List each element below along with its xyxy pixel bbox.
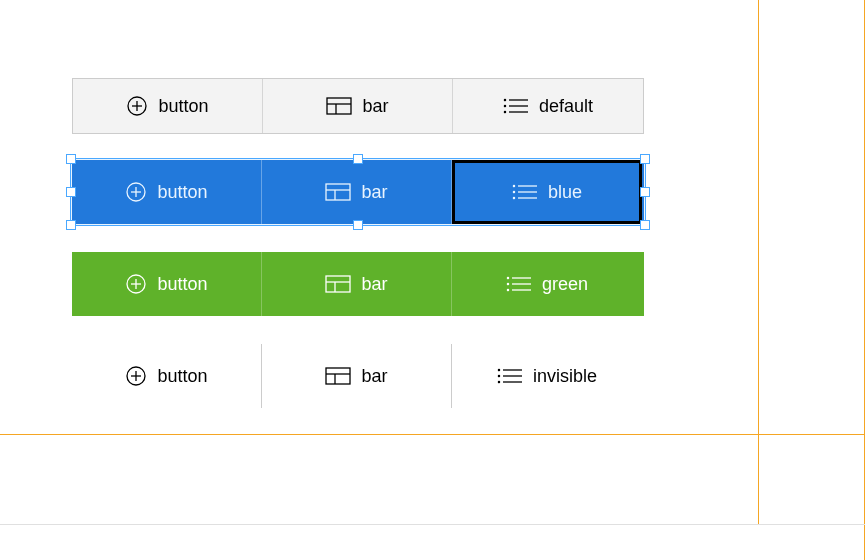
svg-rect-15 — [326, 184, 350, 200]
layout-icon — [325, 183, 351, 201]
svg-point-11 — [504, 111, 505, 112]
bar-cell[interactable]: bar — [262, 160, 452, 224]
svg-point-10 — [504, 105, 505, 106]
plus-circle-icon — [125, 181, 147, 203]
bar-label: bar — [362, 96, 388, 117]
list-icon — [503, 97, 529, 115]
bar-label: bar — [361, 366, 387, 387]
svg-rect-3 — [327, 98, 351, 114]
svg-point-23 — [513, 197, 514, 198]
button-group-green[interactable]: button bar green — [72, 252, 644, 316]
button-label: button — [157, 274, 207, 295]
layout-icon — [325, 367, 351, 385]
svg-point-35 — [507, 289, 508, 290]
bar-label: bar — [361, 182, 387, 203]
button-label: button — [158, 96, 208, 117]
svg-point-9 — [504, 99, 505, 100]
list-cell[interactable]: green — [452, 252, 642, 316]
svg-point-46 — [498, 375, 499, 376]
button-cell[interactable]: button — [72, 252, 262, 316]
button-label: button — [157, 366, 207, 387]
guide-horizontal — [0, 434, 865, 435]
button-cell[interactable]: button — [72, 160, 262, 224]
svg-point-45 — [498, 369, 499, 370]
list-label: default — [539, 96, 593, 117]
bar-label: bar — [361, 274, 387, 295]
button-label: button — [157, 182, 207, 203]
svg-point-22 — [513, 191, 514, 192]
button-cell[interactable]: button — [73, 79, 263, 133]
guide-horizontal-light — [0, 524, 865, 525]
svg-point-47 — [498, 381, 499, 382]
button-group-blue[interactable]: button bar blue — [72, 160, 644, 224]
plus-circle-icon — [126, 95, 148, 117]
list-label: invisible — [533, 366, 597, 387]
list-icon — [497, 367, 523, 385]
design-canvas[interactable]: button bar default button bar — [0, 0, 865, 560]
list-label: green — [542, 274, 588, 295]
svg-point-34 — [507, 283, 508, 284]
svg-point-33 — [507, 277, 508, 278]
list-label: blue — [548, 182, 582, 203]
layout-icon — [326, 97, 352, 115]
svg-rect-27 — [326, 276, 350, 292]
list-cell[interactable]: default — [453, 79, 643, 133]
list-cell[interactable]: blue — [452, 160, 642, 224]
button-group-invisible[interactable]: button bar invisible — [72, 344, 644, 408]
button-group-default[interactable]: button bar default — [72, 78, 644, 134]
bar-cell[interactable]: bar — [263, 79, 453, 133]
guide-vertical — [758, 0, 759, 525]
svg-point-21 — [513, 185, 514, 186]
plus-circle-icon — [125, 273, 147, 295]
list-icon — [512, 183, 538, 201]
plus-circle-icon — [125, 365, 147, 387]
bar-cell[interactable]: bar — [262, 252, 452, 316]
list-icon — [506, 275, 532, 293]
button-cell[interactable]: button — [72, 344, 262, 408]
layout-icon — [325, 275, 351, 293]
bar-cell[interactable]: bar — [262, 344, 452, 408]
list-cell[interactable]: invisible — [452, 344, 642, 408]
svg-rect-39 — [326, 368, 350, 384]
selected-group-wrapper[interactable]: button bar blue — [72, 160, 644, 224]
